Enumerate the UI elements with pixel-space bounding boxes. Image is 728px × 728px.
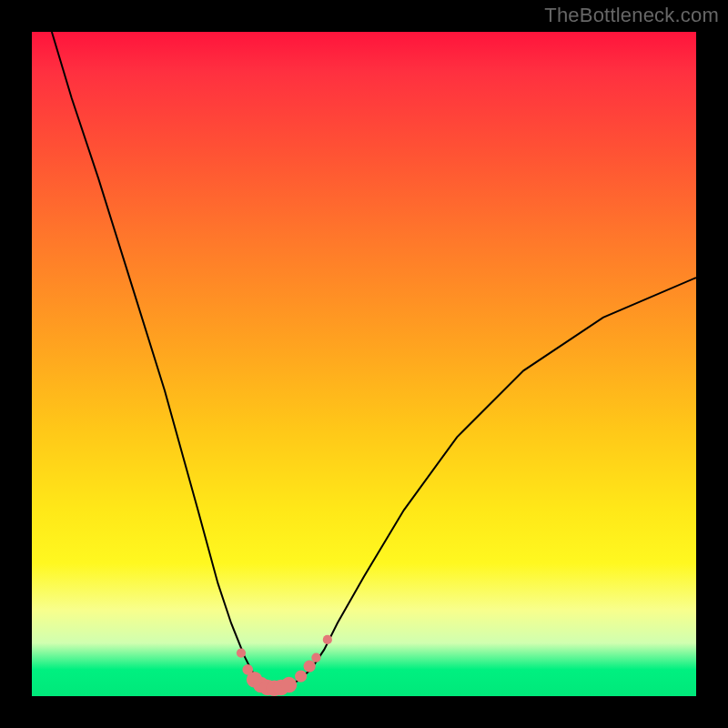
curve-layer <box>32 32 696 696</box>
curve-marker <box>304 661 316 672</box>
bottleneck-curve <box>52 32 696 688</box>
curve-markers <box>237 635 332 696</box>
watermark-text: TheBottleneck.com <box>544 4 719 27</box>
curve-marker <box>281 677 298 693</box>
chart-frame: TheBottleneck.com <box>0 0 728 728</box>
plot-area <box>32 32 696 696</box>
curve-marker <box>323 635 332 644</box>
curve-marker <box>311 653 320 662</box>
curve-marker <box>237 648 246 657</box>
curve-marker <box>295 671 307 682</box>
